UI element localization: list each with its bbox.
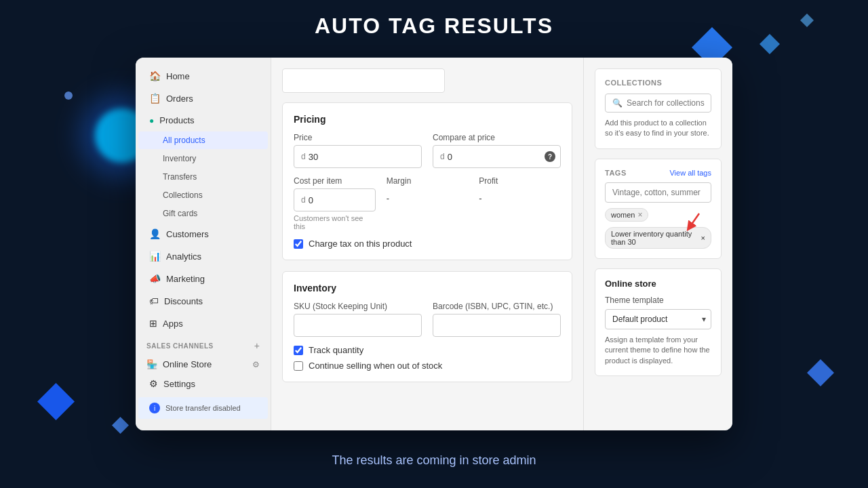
cost-label: Cost per item — [294, 176, 376, 186]
barcode-input[interactable] — [433, 314, 561, 337]
compare-value: 0 — [448, 152, 452, 162]
continue-selling-checkbox[interactable] — [294, 361, 303, 371]
price-value: 30 — [309, 152, 318, 162]
pricing-section: Pricing Price d 30 Compare at price d 0 — [282, 102, 572, 260]
compare-label: Compare at price — [433, 133, 561, 142]
tag-women: women × — [605, 208, 648, 222]
info-icon: i — [149, 403, 160, 413]
price-input[interactable]: d 30 — [294, 145, 422, 168]
top-partial-input[interactable] — [282, 68, 445, 93]
customers-icon: 👤 — [149, 228, 161, 239]
home-icon: 🏠 — [149, 70, 161, 81]
remove-women-tag-button[interactable]: × — [637, 211, 642, 219]
price-label: Price — [294, 133, 422, 142]
search-icon: 🔍 — [612, 98, 623, 108]
cost-input[interactable]: d 0 — [294, 188, 376, 211]
sidebar-item-analytics[interactable]: 📊 Analytics — [138, 245, 268, 267]
theme-select-wrapper: Default product Custom template — [605, 309, 711, 329]
sku-input[interactable] — [294, 314, 422, 337]
sidebar-subitem-transfers[interactable]: Transfers — [138, 168, 268, 186]
cost-value: 0 — [309, 195, 313, 205]
tags-input[interactable] — [605, 182, 711, 203]
sku-group: SKU (Stock Keeping Unit) — [294, 302, 422, 337]
tags-panel: TAGS View all tags women × Lower invento… — [595, 159, 722, 259]
compare-input[interactable]: d 0 — [433, 145, 561, 168]
main-content: Pricing Price d 30 Compare at price d 0 — [271, 58, 583, 430]
discounts-icon: 🏷 — [149, 296, 159, 306]
remove-lower-inventory-tag-button[interactable]: × — [701, 234, 705, 242]
sidebar-subitem-inventory[interactable]: Inventory — [138, 150, 268, 167]
margin-group: Margin - — [387, 176, 469, 230]
profit-label: Profit — [479, 176, 561, 186]
add-sales-channel-button[interactable]: + — [254, 340, 260, 351]
sidebar-item-settings[interactable]: ⚙ Settings — [138, 373, 268, 394]
pricing-title: Pricing — [294, 114, 561, 125]
cost-group: Cost per item d 0 Customers won't see th… — [294, 176, 376, 230]
orders-icon: 📋 — [149, 93, 161, 104]
sidebar-subitem-collections[interactable]: Collections — [138, 186, 268, 204]
margin-value: - — [387, 188, 469, 208]
view-all-tags-link[interactable]: View all tags — [669, 169, 711, 177]
collections-title: COLLECTIONS — [605, 79, 711, 87]
collections-hint: Add this product to a collection so it's… — [605, 118, 711, 139]
svg-line-1 — [690, 214, 699, 227]
tax-row: Charge tax on this product — [294, 239, 561, 249]
cost-currency: d — [301, 195, 306, 205]
online-store-icon: 🏪 — [146, 359, 157, 369]
inventory-section: Inventory SKU (Stock Keeping Unit) Barco… — [282, 271, 572, 382]
track-quantity-checkbox[interactable] — [294, 346, 303, 355]
margin-label: Margin — [387, 176, 469, 186]
continue-selling-row: Continue selling when out of stock — [294, 361, 561, 371]
online-store-item[interactable]: 🏪 Online Store — [146, 359, 212, 369]
arrow-container: Lower inventory quantity than 30 × — [605, 227, 711, 249]
sidebar-subitem-all-products[interactable]: All products — [138, 131, 268, 149]
theme-label: Theme template — [605, 296, 711, 305]
products-icon: ● — [149, 116, 154, 125]
tag-women-label: women — [611, 211, 635, 219]
tax-label: Charge tax on this product — [309, 239, 412, 249]
theme-template-select[interactable]: Default product Custom template — [605, 309, 711, 329]
sku-barcode-row: SKU (Stock Keeping Unit) Barcode (ISBN, … — [294, 302, 561, 337]
analytics-icon: 📊 — [149, 251, 161, 262]
compare-price-group: Compare at price d 0 ? — [433, 133, 561, 168]
compare-currency: d — [440, 152, 445, 161]
marketing-icon: 📣 — [149, 273, 161, 284]
cost-margin-row: Cost per item d 0 Customers won't see th… — [294, 176, 561, 230]
store-transfer-banner[interactable]: i Store transfer disabled — [138, 397, 268, 419]
barcode-group: Barcode (ISBN, UPC, GTIN, etc.) — [433, 302, 561, 337]
right-panel: COLLECTIONS 🔍 Add this product to a coll… — [583, 58, 732, 430]
sidebar-item-orders[interactable]: 📋 Orders — [138, 87, 268, 109]
sidebar-subitem-gift-cards[interactable]: Gift cards — [138, 205, 268, 222]
sidebar-item-products[interactable]: ● Products — [138, 110, 268, 131]
profit-value: - — [479, 188, 561, 208]
settings-icon: ⚙ — [149, 378, 158, 389]
sidebar-item-customers[interactable]: 👤 Customers — [138, 223, 268, 245]
tags-header: TAGS View all tags — [605, 169, 711, 177]
sidebar-online-store-row: 🏪 Online Store ⚙ — [136, 357, 271, 372]
sidebar-item-discounts[interactable]: 🏷 Discounts — [138, 290, 268, 312]
collections-search-wrapper[interactable]: 🔍 — [605, 94, 711, 113]
sidebar-item-apps[interactable]: ⊞ Apps — [138, 312, 268, 334]
sales-channels-label: SALES CHANNELS — [146, 342, 214, 350]
online-store-title: Online store — [605, 279, 711, 289]
theme-hint: Assign a template from your current them… — [605, 335, 711, 366]
online-store-settings-icon[interactable]: ⚙ — [252, 360, 260, 369]
bottom-text: The results are coming in store admin — [0, 453, 868, 468]
sidebar-item-marketing[interactable]: 📣 Marketing — [138, 268, 268, 289]
tags-title: TAGS — [605, 169, 627, 177]
track-quantity-label: Track quantity — [309, 345, 363, 355]
profit-group: Profit - — [479, 176, 561, 230]
tax-checkbox[interactable] — [294, 239, 303, 249]
collections-search-input[interactable] — [627, 98, 728, 108]
main-card: 🏠 Home 📋 Orders ● Products All products … — [136, 58, 732, 430]
apps-icon: ⊞ — [149, 318, 157, 329]
tag-lower-inventory-label: Lower inventory quantity than 30 — [611, 230, 698, 246]
online-store-panel: Online store Theme template Default prod… — [595, 268, 722, 376]
price-row: Price d 30 Compare at price d 0 ? — [294, 133, 561, 168]
cost-hint: Customers won't see this — [294, 214, 376, 230]
tags-list: women × Lower inventory quantity than 30… — [605, 208, 711, 249]
collections-panel: COLLECTIONS 🔍 Add this product to a coll… — [595, 68, 722, 149]
sku-label: SKU (Stock Keeping Unit) — [294, 302, 422, 311]
sidebar-item-home[interactable]: 🏠 Home — [138, 65, 268, 87]
inventory-title: Inventory — [294, 283, 561, 293]
